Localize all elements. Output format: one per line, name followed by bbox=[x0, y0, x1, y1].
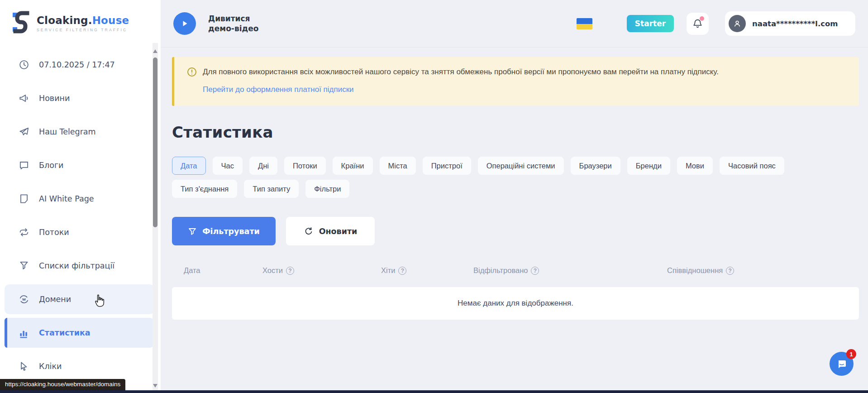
refresh-icon bbox=[304, 226, 314, 236]
sidebar-item-label: AI White Page bbox=[39, 194, 94, 203]
tab-days[interactable]: Дні bbox=[249, 157, 277, 175]
main-area: Дивитися демо-відео Starter bbox=[161, 0, 868, 393]
sidebar-nav: 07.10.2025 / 17:47 Новини Наш Telegram Б… bbox=[0, 50, 161, 385]
tab-date[interactable]: Дата bbox=[172, 157, 206, 175]
chat-widget-button[interactable]: 1 bbox=[830, 352, 854, 376]
empty-state-message: Немає даних для відображення. bbox=[458, 299, 573, 308]
sidebar-item-label: Домени bbox=[39, 295, 71, 304]
sidebar-item-blogs[interactable]: Блоги bbox=[5, 150, 154, 180]
page-icon bbox=[18, 193, 30, 205]
filter-button[interactable]: Фільтрувати bbox=[172, 217, 276, 245]
sidebar-item-filter-lists[interactable]: Списки фільтрації bbox=[5, 251, 154, 281]
sidebar-item-domains[interactable]: w Домени bbox=[5, 284, 154, 314]
notification-dot bbox=[700, 16, 704, 21]
sidebar-item-telegram[interactable]: Наш Telegram bbox=[5, 117, 154, 147]
column-ratio: Співвідношення bbox=[667, 266, 734, 275]
sidebar-item-clicks[interactable]: Кліки bbox=[5, 351, 154, 381]
streams-icon bbox=[18, 226, 30, 238]
demo-video-label[interactable]: Дивитися демо-відео bbox=[208, 14, 258, 34]
plan-badge-button[interactable]: Starter bbox=[627, 15, 674, 32]
column-label: Дата bbox=[184, 266, 200, 275]
sidebar-item-label: Новини bbox=[39, 94, 70, 103]
tab-streams[interactable]: Потоки bbox=[284, 157, 326, 175]
logo-text: Cloaking.House SERVICE FILTERING TRAFFIC bbox=[37, 14, 129, 32]
tab-connection-type[interactable]: Тип з'єднання bbox=[172, 180, 237, 198]
tab-devices[interactable]: Пристрої bbox=[423, 157, 471, 175]
sidebar-item-label: 07.10.2025 / 17:47 bbox=[39, 60, 115, 69]
warning-icon bbox=[187, 67, 197, 77]
column-label: Співвідношення bbox=[667, 266, 723, 275]
tab-brands[interactable]: Бренди bbox=[627, 157, 670, 175]
demo-video-play-button[interactable] bbox=[173, 12, 196, 35]
cursor-icon bbox=[18, 360, 30, 372]
filter-tabs-row1: Дата Час Дні Потоки Країни Міста Пристро… bbox=[172, 157, 859, 175]
column-hits: Хіти bbox=[381, 266, 406, 275]
user-account-button[interactable]: naata**********l.com bbox=[725, 11, 855, 36]
help-icon[interactable] bbox=[286, 267, 294, 275]
clock-icon bbox=[18, 59, 30, 71]
status-bar-url: https://cloaking.house/webmaster/domains bbox=[0, 379, 125, 390]
sidebar-item-date-time: 07.10.2025 / 17:47 bbox=[5, 50, 154, 80]
sidebar-item-label: Кліки bbox=[39, 362, 62, 371]
flag-yellow-stripe bbox=[577, 24, 592, 29]
tab-cities[interactable]: Міста bbox=[380, 157, 416, 175]
chat-unread-badge: 1 bbox=[846, 349, 856, 359]
column-date: Дата bbox=[184, 266, 200, 275]
chat-smile-icon bbox=[835, 358, 848, 370]
help-icon[interactable] bbox=[398, 267, 406, 275]
notifications-button[interactable] bbox=[687, 13, 709, 35]
language-flag-ukraine[interactable] bbox=[577, 18, 592, 29]
demo-video-line2: демо-відео bbox=[208, 24, 258, 34]
subscription-link[interactable]: Перейти до оформлення платної підписки bbox=[203, 85, 354, 94]
tab-languages[interactable]: Мови bbox=[677, 157, 713, 175]
table-empty-state: Немає даних для відображення. bbox=[172, 287, 859, 320]
tab-operating-systems[interactable]: Операційні системи bbox=[478, 157, 564, 175]
tab-countries[interactable]: Країни bbox=[333, 157, 373, 175]
logo-text-accent: House bbox=[92, 14, 129, 26]
bar-chart-icon bbox=[18, 327, 30, 339]
app-root: Cloaking.House SERVICE FILTERING TRAFFIC… bbox=[0, 0, 868, 393]
content: Для повного використання всіх можливосте… bbox=[161, 48, 868, 320]
tab-filters[interactable]: Фільтри bbox=[305, 180, 349, 198]
megaphone-icon bbox=[18, 92, 30, 104]
tab-timezone[interactable]: Часовий пояс bbox=[720, 157, 784, 175]
bottom-edge-bar bbox=[0, 390, 868, 393]
sidebar-item-statistics[interactable]: Статистика bbox=[5, 318, 154, 348]
cloaking-house-logo-icon bbox=[12, 11, 31, 35]
sidebar-item-ai-white-page[interactable]: AI White Page bbox=[5, 184, 154, 214]
avatar bbox=[729, 15, 746, 32]
sidebar-item-news[interactable]: Новини bbox=[5, 83, 154, 113]
banner-text: Для повного використання всіх можливосте… bbox=[203, 66, 719, 78]
sidebar-item-label: Потоки bbox=[39, 228, 69, 237]
flag-blue-stripe bbox=[577, 18, 592, 24]
scrollbar-down-arrow-icon[interactable] bbox=[153, 384, 157, 388]
sidebar-item-label: Наш Telegram bbox=[39, 127, 96, 136]
funnel-icon bbox=[188, 227, 197, 236]
column-label: Хости bbox=[262, 266, 283, 275]
demo-video-line1: Дивитися bbox=[208, 14, 258, 24]
scrollbar-up-arrow-icon[interactable] bbox=[153, 49, 157, 53]
tab-request-type[interactable]: Тип запиту bbox=[244, 180, 299, 198]
table-header: Дата Хости Хіти Відфільтровано Співвідно… bbox=[172, 266, 859, 276]
logo-tagline: SERVICE FILTERING TRAFFIC bbox=[37, 28, 129, 32]
help-icon[interactable] bbox=[726, 267, 734, 275]
domains-icon: w bbox=[18, 293, 30, 305]
tab-time[interactable]: Час bbox=[213, 157, 243, 175]
sidebar-item-label: Блоги bbox=[39, 161, 63, 170]
column-label: Відфільтровано bbox=[473, 266, 528, 275]
trial-warning-banner: Для повного використання всіх можливосте… bbox=[172, 57, 859, 106]
user-email: naata**********l.com bbox=[752, 19, 838, 28]
funnel-icon bbox=[18, 260, 30, 272]
tab-browsers[interactable]: Браузери bbox=[571, 157, 620, 175]
topbar: Дивитися демо-відео Starter bbox=[161, 0, 868, 48]
scrollbar-thumb[interactable] bbox=[153, 58, 157, 227]
sidebar-item-streams[interactable]: Потоки bbox=[5, 217, 154, 247]
refresh-button[interactable]: Оновити bbox=[286, 217, 375, 245]
logo[interactable]: Cloaking.House SERVICE FILTERING TRAFFIC bbox=[0, 0, 161, 35]
column-label: Хіти bbox=[381, 266, 395, 275]
sidebar-scrollbar[interactable] bbox=[153, 43, 158, 393]
person-icon bbox=[732, 19, 742, 29]
help-icon[interactable] bbox=[531, 267, 539, 275]
page-title: Статистика bbox=[172, 123, 859, 141]
filter-button-label: Фільтрувати bbox=[202, 227, 260, 236]
